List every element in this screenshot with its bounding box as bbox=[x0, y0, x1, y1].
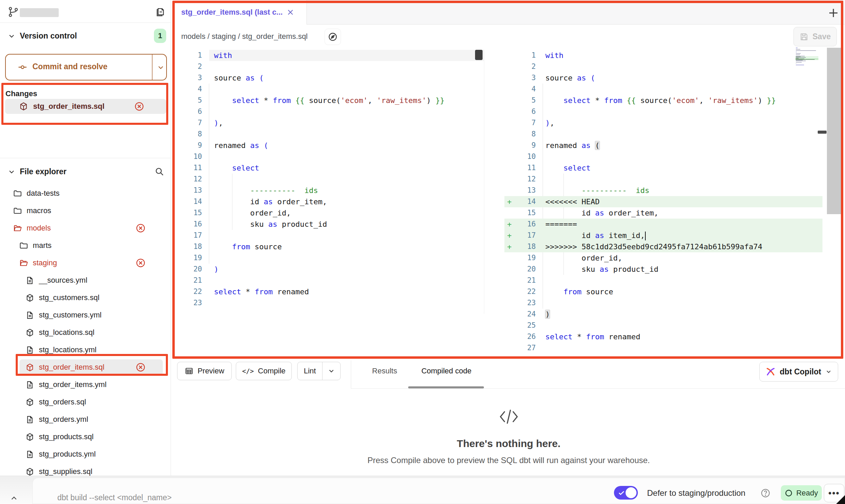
editor-line-14[interactable]: +14<<<<<<< HEAD bbox=[504, 196, 845, 207]
file-item-stg-customers-yml[interactable]: stg_customers.yml bbox=[0, 307, 171, 324]
copy-icon[interactable] bbox=[154, 6, 166, 18]
editor-line-19[interactable]: 19 bbox=[172, 252, 484, 264]
editor-line-4[interactable]: 4 bbox=[504, 84, 845, 95]
editor-line-7[interactable]: 7), bbox=[172, 117, 484, 129]
editor-line-19[interactable]: 19 order_id, bbox=[504, 252, 845, 264]
file-item-stg-customers-sql[interactable]: stg_customers.sql bbox=[0, 289, 171, 306]
preview-button[interactable]: Preview bbox=[177, 362, 232, 380]
file-item-marts[interactable]: marts bbox=[0, 237, 171, 254]
editor-line-26[interactable]: 26select * from renamed bbox=[504, 331, 845, 342]
editor-line-1[interactable]: 1with bbox=[172, 50, 484, 61]
file-item-stg-locations-yml[interactable]: stg_locations.yml bbox=[0, 341, 171, 358]
save-button[interactable]: Save bbox=[793, 27, 837, 46]
file-item-stg-products-sql[interactable]: stg_products.sql bbox=[0, 428, 171, 445]
editor-line-4[interactable]: 4 bbox=[172, 84, 484, 95]
discard-icon[interactable] bbox=[135, 362, 146, 372]
editor-line-8[interactable]: 8 bbox=[504, 129, 845, 140]
editor-line-2[interactable]: 2 bbox=[504, 61, 845, 72]
chevron-down-icon[interactable] bbox=[323, 367, 340, 375]
file-item-stg-locations-sql[interactable]: stg_locations.sql bbox=[0, 324, 171, 341]
editor-line-17[interactable]: +17 id as item_id, bbox=[504, 230, 845, 241]
compile-button[interactable]: </> Compile bbox=[236, 362, 292, 380]
editor-line-6[interactable]: 6 bbox=[504, 106, 845, 117]
file-item-macros[interactable]: macros bbox=[0, 202, 171, 219]
right-pane-scrollbar[interactable] bbox=[827, 48, 842, 214]
editor-line-20[interactable]: 20) bbox=[172, 264, 484, 275]
file-item-stg-orders-sql[interactable]: stg_orders.sql bbox=[0, 394, 171, 411]
file-item-data-tests[interactable]: data-tests bbox=[0, 185, 171, 202]
editor-line-16[interactable]: +16======= bbox=[504, 219, 845, 230]
editor-line-9[interactable]: 9renamed as ( bbox=[172, 140, 484, 151]
tab-compiled-code[interactable]: Compiled code bbox=[414, 362, 479, 380]
editor-line-15[interactable]: 15 order_id, bbox=[172, 207, 484, 219]
tab-results[interactable]: Results bbox=[369, 362, 400, 380]
discard-icon[interactable] bbox=[135, 258, 146, 268]
editor-line-5[interactable]: 5 select * from {{ source('ecom', 'raw_i… bbox=[504, 95, 845, 106]
editor-line-11[interactable]: 11 select bbox=[172, 162, 484, 174]
defer-toggle[interactable] bbox=[614, 486, 638, 500]
editor-line-15[interactable]: 15 id as order_item, bbox=[504, 207, 845, 219]
code-text: select * from renamed bbox=[214, 286, 309, 297]
editor-line-13[interactable]: 13 ---------- ids bbox=[504, 185, 845, 196]
help-icon[interactable] bbox=[760, 488, 771, 498]
chevron-down-icon[interactable] bbox=[8, 32, 16, 40]
editor-pane-incoming[interactable]: 1with23source as (45 select * from {{ so… bbox=[504, 50, 845, 359]
editor-line-25[interactable]: 25 bbox=[504, 320, 845, 331]
file-item-stg-order-items-yml[interactable]: stg_order_items.yml bbox=[0, 376, 171, 393]
lint-button[interactable]: Lint bbox=[297, 362, 341, 380]
chevron-down-icon[interactable] bbox=[157, 63, 165, 72]
commit-and-resolve-button[interactable]: Commit and resolve bbox=[5, 54, 167, 80]
editor-line-18[interactable]: 18 from source bbox=[172, 241, 484, 252]
editor-line-22[interactable]: 22select * from renamed bbox=[172, 286, 484, 297]
file-item--sources-yml[interactable]: __sources.yml bbox=[0, 272, 171, 289]
editor-line-17[interactable]: 17 bbox=[172, 230, 484, 241]
editor-line-14[interactable]: 14 id as order_item, bbox=[172, 196, 484, 207]
editor-line-12[interactable]: 12 bbox=[504, 174, 845, 185]
file-item-staging[interactable]: staging bbox=[0, 254, 171, 271]
editor-line-21[interactable]: 21 bbox=[172, 275, 484, 286]
discard-icon[interactable] bbox=[135, 223, 146, 233]
editor-line-10[interactable]: 10 bbox=[172, 151, 484, 162]
editor-line-1[interactable]: 1with bbox=[504, 50, 845, 61]
chevron-down-icon[interactable] bbox=[8, 168, 16, 176]
editor-line-3[interactable]: 3source as ( bbox=[504, 72, 845, 84]
editor-line-12[interactable]: 12 bbox=[172, 174, 484, 185]
editor-line-3[interactable]: 3source as ( bbox=[172, 72, 484, 84]
editor-line-6[interactable]: 6 bbox=[172, 106, 484, 117]
editor-line-13[interactable]: 13 ---------- ids bbox=[172, 185, 484, 196]
editor-line-21[interactable]: 21 bbox=[504, 275, 845, 286]
editor-line-7[interactable]: 7), bbox=[504, 117, 845, 129]
editor-line-16[interactable]: 16 sku as product_id bbox=[172, 219, 484, 230]
editor-line-18[interactable]: +18>>>>>>> 58c1dd23d5eebd9cd2495fa7124ab… bbox=[504, 241, 845, 252]
plus-icon[interactable] bbox=[827, 7, 840, 19]
scroll-handle[interactable] bbox=[818, 131, 827, 134]
lineage-icon[interactable] bbox=[325, 29, 341, 45]
editor-line-27[interactable]: 27 bbox=[504, 342, 845, 354]
editor-line-22[interactable]: 22 from source bbox=[504, 286, 845, 297]
tab-stg-order-items[interactable]: stg_order_items.sql (last c... bbox=[172, 0, 307, 25]
editor-line-8[interactable]: 8 bbox=[172, 129, 484, 140]
file-item-stg-products-yml[interactable]: stg_products.yml bbox=[0, 446, 171, 463]
editor-line-5[interactable]: 5 select * from {{ source('ecom', 'raw_i… bbox=[172, 95, 484, 106]
editor-line-20[interactable]: 20 sku as product_id bbox=[504, 264, 845, 275]
file-item-stg-orders-yml[interactable]: stg_orders.yml bbox=[0, 411, 171, 428]
editor-line-24[interactable]: 24) bbox=[504, 309, 845, 320]
chevron-up-icon[interactable] bbox=[10, 494, 18, 503]
close-icon[interactable] bbox=[286, 8, 295, 17]
changed-file-row[interactable]: stg_order_items.sql bbox=[5, 99, 166, 114]
dbt-copilot-button[interactable]: dbt Copilot bbox=[759, 362, 838, 382]
file-item-models[interactable]: models bbox=[0, 220, 171, 237]
editor-line-9[interactable]: 9renamed as ( bbox=[504, 140, 845, 151]
editor-pane-current[interactable]: 1with23source as (45 select * from {{ so… bbox=[172, 50, 484, 314]
editor-line-2[interactable]: 2 bbox=[172, 61, 484, 72]
editor-line-23[interactable]: 23 bbox=[504, 297, 845, 309]
minimap[interactable] bbox=[795, 48, 818, 68]
editor-line-23[interactable]: 23 bbox=[172, 297, 484, 309]
discard-icon[interactable] bbox=[134, 101, 144, 112]
line-number: 15 bbox=[504, 207, 536, 219]
search-icon[interactable] bbox=[154, 166, 164, 177]
editor-line-10[interactable]: 10 bbox=[504, 151, 845, 162]
left-pane-scrollbar-thumb[interactable] bbox=[475, 50, 483, 60]
editor-line-11[interactable]: 11 select bbox=[504, 162, 845, 174]
file-item-stg-order-items-sql[interactable]: stg_order_items.sql bbox=[0, 359, 171, 376]
